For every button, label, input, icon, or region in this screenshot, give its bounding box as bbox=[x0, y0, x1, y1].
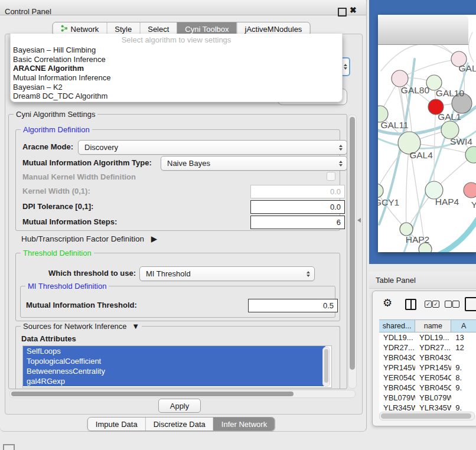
network-node[interactable] bbox=[392, 70, 408, 87]
document-icon[interactable] bbox=[465, 297, 476, 311]
table-cell: 12 bbox=[451, 343, 476, 353]
tab-impute-data[interactable]: Impute Data bbox=[88, 418, 145, 431]
node-label-hap2: HAP2 bbox=[406, 234, 430, 244]
spinner-icon bbox=[307, 271, 310, 277]
table-cell: YER054C bbox=[415, 373, 451, 383]
close-icon[interactable]: ✖ bbox=[350, 5, 357, 15]
cyni-algorithm-settings-title: Cyni Algorithm Settings bbox=[14, 110, 97, 119]
node-label-gal: GAL bbox=[458, 63, 476, 73]
table-cell bbox=[451, 353, 476, 363]
split-panes-icon[interactable] bbox=[405, 299, 416, 310]
settings-vertical-scrollbar[interactable] bbox=[348, 115, 357, 389]
network-node[interactable] bbox=[378, 184, 383, 198]
table-cell: YER054C bbox=[379, 373, 415, 383]
aracne-mode-value: Discovery bbox=[84, 143, 118, 152]
table-cell: YBR045C bbox=[415, 383, 451, 393]
table-row[interactable]: YDR27...YDR27...12 bbox=[379, 343, 476, 353]
bottom-left-handle[interactable] bbox=[3, 444, 15, 450]
table-panel-header: Table Panel bbox=[369, 272, 476, 289]
tab-label: Network bbox=[71, 25, 99, 34]
table-panel-window: ⚙ ✓ ✓ shared...nameA YDL19...YDL19...13Y… bbox=[372, 291, 476, 426]
algorithm-option-bayesian-hill-climbing[interactable]: Bayesian – Hill Climbing bbox=[11, 45, 342, 55]
tab-label: Style bbox=[115, 25, 132, 34]
tab-label: jActiveMNodules bbox=[245, 25, 302, 34]
network-canvas[interactable]: GALGAL80GAL10GAL1GAL11SWI4GAL4GCY1HAP4YH… bbox=[378, 15, 476, 252]
table-cell: YBL079W bbox=[415, 393, 451, 403]
column-header-name[interactable]: name bbox=[415, 319, 451, 332]
tab-infer-network[interactable]: Infer Network bbox=[213, 418, 275, 431]
table-cell: YDL19... bbox=[379, 332, 415, 343]
node-table: shared...nameA YDL19...YDL19...13YDR27..… bbox=[379, 319, 476, 415]
control-panel-titlebar bbox=[0, 0, 366, 15]
algorithm-option-mutual-information-inference[interactable]: Mutual Information Inference bbox=[11, 73, 342, 83]
attribute-item-selfloops[interactable]: SelfLoops bbox=[23, 346, 325, 356]
mi-threshold-field[interactable]: 0.5 bbox=[248, 299, 338, 312]
checked-checkbox-icon[interactable]: ✓ bbox=[432, 301, 439, 308]
table-cell: YDR27... bbox=[379, 343, 415, 353]
table-cell: YBR043C bbox=[415, 353, 451, 363]
hub-definition-toggle[interactable]: Hub/Transcription Factor Definition ▶ bbox=[21, 234, 157, 243]
table-cell: YBR043C bbox=[379, 353, 415, 363]
collapse-down-icon[interactable]: ▼ bbox=[132, 322, 139, 331]
table-horizontal-scrollbar[interactable] bbox=[379, 412, 475, 420]
attributes-scrollbar[interactable] bbox=[322, 347, 330, 387]
spinner-icon bbox=[339, 145, 343, 151]
table-row[interactable]: YBL079WYBL079W bbox=[379, 393, 476, 403]
attribute-item-betweennesscentrality[interactable]: BetweennessCentrality bbox=[23, 366, 325, 376]
table-row[interactable]: YPR145WYPR145W9. bbox=[379, 363, 476, 373]
algorithm-option-aracne-algorithm[interactable]: ARACNE Algorithm bbox=[11, 64, 342, 73]
kernel-width-field[interactable]: 0.0 bbox=[250, 185, 345, 198]
network-edge[interactable] bbox=[406, 143, 409, 229]
which-threshold-label: Which threshold to use: bbox=[48, 269, 136, 278]
algorithm-option-bayesian-k2[interactable]: Bayesian – K2 bbox=[11, 83, 342, 92]
checked-checkbox-icon[interactable]: ✓ bbox=[425, 301, 432, 308]
network-edge[interactable] bbox=[468, 32, 474, 62]
settings-horizontal-scrollbar[interactable] bbox=[9, 390, 356, 398]
network-edge[interactable] bbox=[400, 59, 459, 79]
network-icon bbox=[61, 25, 68, 34]
mi-threshold-label: Mutual Information Threshold: bbox=[26, 301, 137, 309]
unchecked-checkbox-icon[interactable] bbox=[445, 301, 452, 308]
network-node[interactable] bbox=[400, 223, 413, 236]
mi-steps-field[interactable]: 6 bbox=[250, 216, 345, 229]
network-window-titlebar[interactable] bbox=[378, 15, 468, 45]
algorithm-option-basic-correlation-inference[interactable]: Basic Correlation Inference bbox=[11, 55, 342, 64]
table-row[interactable]: YBR043CYBR043C bbox=[379, 353, 476, 363]
attribute-item-topologicalcoefficient[interactable]: TopologicalCoefficient bbox=[23, 356, 325, 366]
table-row[interactable]: YBR045CYBR045C9. bbox=[379, 383, 476, 393]
table-row[interactable]: YDL19...YDL19...13 bbox=[379, 332, 476, 343]
mi-type-select[interactable]: Naive Bayes bbox=[161, 156, 347, 171]
algorithm-option-dream8-dc-tdc-algorithm[interactable]: Dream8 DC_TDC Algorithm bbox=[11, 92, 342, 101]
node-label-hap4: HAP4 bbox=[435, 197, 459, 207]
panel-collapse-icon[interactable] bbox=[357, 218, 361, 223]
gear-icon[interactable]: ⚙ bbox=[383, 298, 392, 308]
expand-right-icon[interactable]: ▶ bbox=[151, 234, 157, 243]
sources-title-text: Sources for Network Inference bbox=[23, 322, 127, 331]
table-cell: 9. bbox=[451, 363, 476, 373]
network-edge[interactable] bbox=[430, 210, 476, 252]
manual-kernel-checkbox[interactable] bbox=[327, 172, 335, 181]
node-label-gal10: GAL10 bbox=[436, 88, 465, 98]
column-header-shared[interactable]: shared... bbox=[379, 319, 415, 332]
table-cell: YBL079W bbox=[379, 393, 415, 403]
aracne-mode-select[interactable]: Discovery bbox=[78, 140, 347, 155]
apply-button[interactable]: Apply bbox=[158, 399, 201, 413]
tab-label: Discretize Data bbox=[154, 420, 206, 429]
table-row[interactable]: YER054CYER054C8. bbox=[379, 373, 476, 383]
tab-label: Impute Data bbox=[96, 420, 138, 429]
node-label-gal80: GAL80 bbox=[401, 85, 430, 95]
network-edge[interactable] bbox=[381, 44, 459, 71]
network-node[interactable] bbox=[464, 182, 476, 198]
dpi-tolerance-field[interactable]: 0.0 bbox=[250, 200, 345, 214]
table-cell: 9. bbox=[451, 383, 476, 393]
dpi-tolerance-label: DPI Tolerance [0,1]: bbox=[22, 202, 93, 211]
node-label-y: Y bbox=[471, 200, 476, 210]
attribute-item-gal4rgexp[interactable]: gal4RGexp bbox=[23, 376, 325, 386]
column-header-a[interactable]: A bbox=[451, 319, 476, 332]
float-window-icon[interactable] bbox=[338, 8, 347, 17]
network-edge[interactable] bbox=[378, 191, 406, 229]
network-window: GALGAL80GAL10GAL1GAL11SWI4GAL4GCY1HAP4YH… bbox=[378, 15, 476, 252]
unchecked-checkbox-icon[interactable] bbox=[452, 301, 459, 308]
tab-discretize-data[interactable]: Discretize Data bbox=[145, 418, 213, 431]
which-threshold-select[interactable]: MI Threshold bbox=[139, 266, 315, 281]
